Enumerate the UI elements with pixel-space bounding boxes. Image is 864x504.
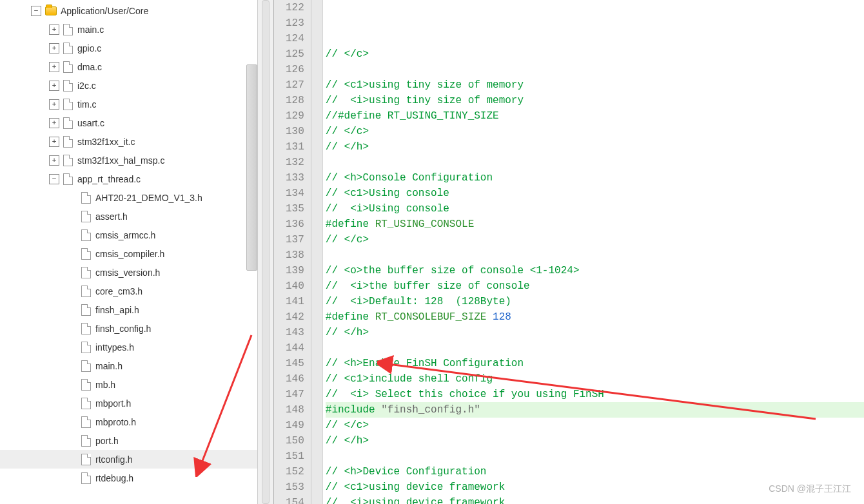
tree-item-label: stm32f1xx_it.c: [77, 137, 135, 147]
line-number: 152: [286, 464, 304, 480]
tree-toggle-icon[interactable]: +: [49, 118, 59, 128]
tree-file-stm32f1xx_it-c[interactable]: +stm32f1xx_it.c: [0, 132, 257, 151]
code-line[interactable]: //#define RT_USING_TINY_SIZE: [326, 108, 864, 124]
tree-toggle-icon[interactable]: −: [49, 174, 59, 184]
code-line[interactable]: [326, 62, 864, 77]
file-icon: [81, 286, 91, 297]
tree-header-mbproto-h[interactable]: mbproto.h: [0, 412, 257, 431]
file-icon: [81, 454, 91, 465]
code-line[interactable]: // </h>: [326, 325, 864, 340]
code-line[interactable]: // <i>Using console: [326, 201, 864, 217]
tree-toggle-icon[interactable]: +: [49, 137, 59, 147]
code-line[interactable]: // </c>: [326, 418, 864, 433]
line-number: 122: [286, 0, 304, 15]
tree-toggle-icon[interactable]: +: [49, 62, 59, 72]
code-line[interactable]: [326, 340, 864, 356]
file-icon: [81, 304, 91, 316]
line-number: 137: [286, 232, 304, 247]
tree-toggle-icon[interactable]: +: [49, 81, 59, 91]
file-icon: [81, 379, 91, 391]
tree-item-label: app_rt_thread.c: [77, 174, 141, 184]
code-line[interactable]: [326, 247, 864, 263]
code-line[interactable]: // <i>using device framework: [326, 495, 864, 504]
tree-file-main-c[interactable]: +main.c: [0, 20, 257, 39]
line-number: 129: [286, 108, 304, 124]
tree-header-finsh_api-h[interactable]: finsh_api.h: [0, 300, 257, 319]
tree-header-finsh_config-h[interactable]: finsh_config.h: [0, 319, 257, 338]
file-icon: [81, 360, 91, 372]
code-line[interactable]: // <o>the buffer size of console <1-1024…: [326, 263, 864, 278]
line-number: 130: [286, 124, 304, 139]
sidebar-scrollbar[interactable]: [246, 64, 257, 271]
tree-header-port-h[interactable]: port.h: [0, 431, 257, 450]
code-line[interactable]: // <i>Default: 128 (128Byte): [326, 294, 864, 309]
tree-file-usart-c[interactable]: +usart.c: [0, 113, 257, 132]
file-icon: [81, 229, 91, 241]
tree-header-cmsis_armcc-h[interactable]: cmsis_armcc.h: [0, 226, 257, 244]
tree-file-i2c-c[interactable]: +i2c.c: [0, 76, 257, 95]
tree-item-label: tim.c: [77, 99, 97, 110]
code-line[interactable]: #define RT_USING_CONSOLE: [326, 217, 864, 232]
code-editor[interactable]: 1221231241251261271281291301311321331341…: [274, 0, 864, 504]
code-line[interactable]: // <h>Enable FinSH Configuration: [326, 356, 864, 371]
tree-file-app_rt_thread-c[interactable]: −app_rt_thread.c: [0, 170, 257, 188]
code-line[interactable]: // </c>: [326, 46, 864, 62]
tree-file-dma-c[interactable]: +dma.c: [0, 57, 257, 76]
tree-header-rtdebug-h[interactable]: rtdebug.h: [0, 469, 257, 487]
code-line[interactable]: // </c>: [326, 124, 864, 139]
code-line[interactable]: // </c>: [326, 232, 864, 247]
line-number: 149: [286, 418, 304, 433]
code-line[interactable]: // <i>using tiny size of memory: [326, 93, 864, 108]
tree-header-inttypes-h[interactable]: inttypes.h: [0, 338, 257, 356]
tree-toggle-icon[interactable]: −: [31, 6, 41, 16]
splitter[interactable]: [258, 0, 274, 504]
tree-header-cmsis_compiler-h[interactable]: cmsis_compiler.h: [0, 244, 257, 263]
tree-header-mbport-h[interactable]: mbport.h: [0, 394, 257, 412]
code-line[interactable]: // </h>: [326, 433, 864, 449]
tree-item-label: assert.h: [95, 211, 128, 222]
tree-item-label: core_cm3.h: [95, 286, 142, 296]
tree-toggle-icon[interactable]: +: [49, 24, 59, 35]
tree-header-cmsis_version-h[interactable]: cmsis_version.h: [0, 263, 257, 282]
code-line[interactable]: [326, 449, 864, 464]
line-number: 144: [286, 340, 304, 356]
code-line[interactable]: // </h>: [326, 139, 864, 155]
tree-item-label: mb.h: [95, 380, 115, 390]
tree-item-label: port.h: [95, 436, 119, 446]
code-line[interactable]: // <c1>Using console: [326, 186, 864, 201]
code-line[interactable]: [326, 155, 864, 170]
code-line[interactable]: // <c1>using tiny size of memory: [326, 77, 864, 93]
file-icon: [63, 99, 73, 110]
file-icon: [81, 416, 91, 428]
code-line[interactable]: // <i>the buffer size of console: [326, 278, 864, 294]
code-fold-margin: [311, 0, 323, 504]
file-icon: [63, 136, 73, 148]
tree-toggle-icon[interactable]: +: [49, 99, 59, 110]
tree-header-rtconfig-h[interactable]: rtconfig.h: [0, 450, 257, 469]
tree-item-label: cmsis_armcc.h: [95, 230, 155, 240]
line-number: 123: [286, 15, 304, 31]
tree-file-gpio-c[interactable]: +gpio.c: [0, 39, 257, 57]
code-line[interactable]: #define RT_CONSOLEBUF_SIZE 128: [326, 309, 864, 325]
tree-toggle-icon[interactable]: +: [49, 43, 59, 53]
tree-item-label: mbport.h: [95, 398, 131, 409]
tree-header-core_cm3-h[interactable]: core_cm3.h: [0, 282, 257, 300]
code-area[interactable]: // </c> // <c1>using tiny size of memory…: [311, 0, 864, 504]
project-tree-sidebar[interactable]: −Application/User/Core+main.c+gpio.c+dma…: [0, 0, 258, 504]
tree-item-label: finsh_api.h: [95, 305, 139, 315]
tree-file-stm32f1xx_hal_msp-c[interactable]: +stm32f1xx_hal_msp.c: [0, 151, 257, 170]
tree-header-assert-h[interactable]: assert.h: [0, 207, 257, 226]
tree-header-AHT20-21_DEMO_V1_3-h[interactable]: AHT20-21_DEMO_V1_3.h: [0, 188, 257, 207]
tree-item-label: rtdebug.h: [95, 473, 133, 483]
line-number: 153: [286, 480, 304, 495]
code-line[interactable]: // <i> Select this choice if you using F…: [326, 387, 864, 402]
tree-header-mb-h[interactable]: mb.h: [0, 375, 257, 394]
code-line[interactable]: #include "finsh_config.h": [326, 402, 864, 418]
code-line[interactable]: // <h>Console Configuration: [326, 170, 864, 186]
code-line[interactable]: // <c1>include shell config: [326, 371, 864, 387]
tree-header-main-h[interactable]: main.h: [0, 356, 257, 375]
code-line[interactable]: // <h>Device Configuration: [326, 464, 864, 480]
tree-folder-root[interactable]: −Application/User/Core: [0, 1, 257, 20]
tree-file-tim-c[interactable]: +tim.c: [0, 95, 257, 113]
tree-toggle-icon[interactable]: +: [49, 155, 59, 166]
